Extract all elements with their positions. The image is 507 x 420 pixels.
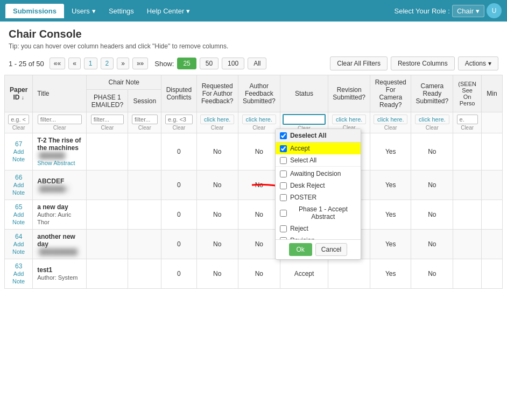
cell-disputed-4: 0 — [161, 259, 196, 289]
filter-seen-clear[interactable]: Clear — [455, 125, 478, 131]
add-note-4[interactable]: Add Note — [12, 270, 25, 284]
dropdown-ok-button[interactable]: Ok — [289, 243, 312, 256]
blurred-author-3: █████████ — [37, 248, 79, 255]
filter-session-clear[interactable]: Clear — [130, 125, 159, 131]
filter-author-fb-button[interactable]: click here. — [242, 115, 277, 124]
users-menu[interactable]: Users ▾ — [65, 4, 102, 18]
page-title: Chair Console — [9, 28, 498, 40]
paper-id-link-4[interactable]: 63 — [15, 262, 22, 270]
filter-req-camera-button[interactable]: click here. — [374, 115, 408, 124]
dropdown-item-desk-reject[interactable]: Desk Reject — [276, 180, 361, 191]
filter-req-author-button[interactable]: click here. — [200, 115, 235, 124]
author-4: Author: System — [37, 274, 78, 281]
th-session: Session — [128, 90, 161, 112]
reject-checkbox[interactable] — [280, 225, 287, 232]
restore-columns-button[interactable]: Restore Columns — [391, 56, 455, 70]
show-all-button[interactable]: All — [248, 58, 266, 69]
deselect-all-checkbox[interactable] — [280, 132, 287, 139]
cell-paper-id-4: 63 Add Note — [5, 259, 33, 289]
filter-revision-button[interactable]: click here. — [332, 115, 367, 124]
page-2-button[interactable]: 2 — [101, 58, 114, 69]
last-page-button[interactable]: »» — [132, 58, 148, 69]
dropdown-item-accept[interactable]: Accept — [276, 143, 361, 154]
show-abstract-0[interactable]: Show Abstract — [37, 160, 75, 166]
poster-checkbox[interactable] — [280, 194, 287, 201]
cell-disputed-2: 0 — [161, 200, 196, 230]
th-camera-ready: Camera Ready Submitted? — [411, 75, 453, 112]
title-text-2: a new day — [37, 203, 68, 211]
dropdown-item-phase1-accept[interactable]: Phase 1 - Accept Abstract — [276, 203, 361, 223]
cell-title-0: T-2 The rise of the machines ██████ Show… — [33, 133, 87, 170]
filter-req-camera-clear[interactable]: Clear — [372, 125, 409, 131]
cell-req-author-4: No — [196, 259, 238, 289]
actions-button[interactable]: Actions ▾ — [458, 56, 498, 70]
filter-title-clear[interactable]: Clear — [35, 125, 84, 131]
cell-session-4 — [128, 259, 161, 289]
filter-req-author-clear[interactable]: Clear — [199, 125, 236, 131]
filter-status-input[interactable] — [283, 114, 326, 125]
cell-seen-3 — [453, 230, 481, 259]
select-all-checkbox[interactable] — [280, 157, 287, 164]
show-50-button[interactable]: 50 — [200, 58, 219, 69]
paper-id-link-3[interactable]: 64 — [15, 233, 22, 240]
dropdown-item-revision[interactable]: Revision — [276, 234, 361, 239]
filter-disputed: Clear — [161, 112, 196, 133]
filter-author-fb-clear[interactable]: Clear — [241, 125, 278, 131]
chair-role-button[interactable]: Chair ▾ — [452, 5, 484, 17]
filter-title-input[interactable] — [38, 115, 82, 124]
cell-req-camera-4: Yes — [370, 259, 411, 289]
dropdown-footer: Ok Cancel — [276, 239, 361, 259]
settings-menu[interactable]: Settings — [102, 4, 140, 18]
cell-revision-4 — [328, 259, 370, 289]
first-page-button[interactable]: «« — [50, 58, 65, 69]
blurred-author-1: ██████y — [37, 185, 69, 193]
page-1-button[interactable]: 1 — [84, 58, 97, 69]
paper-id-link-1[interactable]: 66 — [15, 174, 22, 181]
filter-disputed-clear[interactable]: Clear — [164, 125, 194, 131]
cell-author-fb-2: No — [238, 200, 280, 230]
show-25-button[interactable]: 25 — [177, 58, 196, 69]
phase1-accept-checkbox[interactable] — [280, 210, 287, 217]
desk-reject-checkbox[interactable] — [280, 182, 287, 189]
filter-camera-ready-clear[interactable]: Clear — [413, 125, 450, 131]
dropdown-cancel-button[interactable]: Cancel — [315, 243, 347, 256]
help-center-menu[interactable]: Help Center ▾ — [140, 4, 196, 18]
clear-all-filters-button[interactable]: Clear All Filters — [330, 56, 388, 70]
next-page-button[interactable]: » — [117, 58, 129, 69]
dropdown-item-poster[interactable]: POSTER — [276, 191, 361, 203]
filter-camera-ready-button[interactable]: click here. — [415, 115, 449, 124]
add-note-3[interactable]: Add Note — [12, 241, 25, 255]
paper-id-link-2[interactable]: 65 — [15, 203, 22, 211]
filter-session-input[interactable] — [132, 115, 157, 124]
dropdown-select-all[interactable]: Select All — [276, 154, 361, 167]
cell-paper-id-1: 66 Add Note — [5, 170, 33, 200]
prev-page-button[interactable]: « — [68, 58, 81, 69]
dropdown-item-awaiting[interactable]: Awaiting Decision — [276, 168, 361, 180]
page-header: Chair Console Tip: you can hover over co… — [0, 22, 507, 52]
filter-phase1-clear[interactable]: Clear — [89, 125, 125, 131]
dropdown-item-reject[interactable]: Reject — [276, 223, 361, 234]
user-avatar[interactable]: U — [487, 3, 502, 18]
filter-req-author: click here. Clear — [196, 112, 238, 133]
revision-checkbox[interactable] — [280, 237, 287, 240]
add-note-0[interactable]: Add Note — [12, 148, 25, 162]
add-note-2[interactable]: Add Note — [12, 211, 25, 225]
cell-session-0 — [128, 133, 161, 170]
accept-checkbox[interactable] — [280, 145, 287, 152]
awaiting-checkbox[interactable] — [280, 170, 287, 177]
filter-paper-clear[interactable]: Clear — [7, 125, 30, 131]
submissions-tab[interactable]: Submissions — [5, 4, 64, 18]
cell-session-3 — [128, 230, 161, 259]
show-100-button[interactable]: 100 — [222, 58, 244, 69]
cell-camera-ready-4: No — [411, 259, 453, 289]
add-note-1[interactable]: Add Note — [12, 182, 25, 196]
filter-seen-input[interactable] — [457, 115, 478, 124]
filter-phase1-input[interactable] — [91, 115, 124, 124]
filter-disputed-input[interactable] — [165, 115, 193, 124]
filter-seen: Clear — [453, 112, 481, 133]
table-row: 67 Add Note T-2 The rise of the machines… — [5, 133, 503, 170]
deselect-all-label: Deselect All — [290, 132, 327, 139]
cell-camera-ready-3: No — [411, 230, 453, 259]
paper-id-link-0[interactable]: 67 — [15, 140, 22, 148]
filter-paper-input[interactable] — [8, 115, 29, 124]
